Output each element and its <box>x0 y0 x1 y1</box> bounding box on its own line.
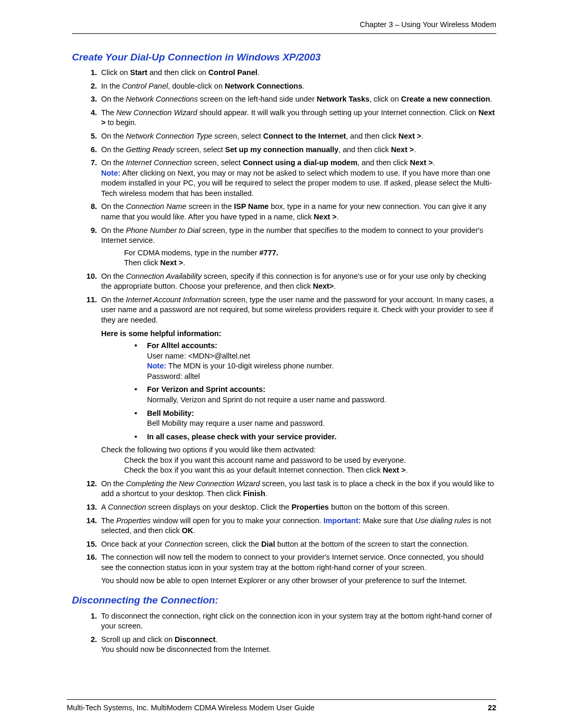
text: The MDN is your 10-digit wireless phone … <box>166 362 334 370</box>
step-item: The Properties window will open for you … <box>101 516 496 536</box>
provider-list: For Alltel accounts: User name: <MDN>@al… <box>147 341 496 442</box>
bold: Network Connections <box>225 82 302 90</box>
italic: Getting Ready <box>126 145 175 154</box>
text: screen on the left-hand side under <box>198 95 316 103</box>
footer-rule <box>67 699 496 700</box>
text: On the <box>101 226 126 235</box>
text: . <box>334 282 336 290</box>
step-item: In the Control Panel, double-click on Ne… <box>101 81 496 92</box>
step-item: On the Completing the New Connection Wiz… <box>101 479 496 499</box>
text: The <box>101 108 116 117</box>
bold: Next > <box>383 466 406 474</box>
italic: Network Connection Type <box>126 132 213 140</box>
footer-left: Multi-Tech Systems, Inc. MultiModem CDMA… <box>67 703 314 713</box>
text: . <box>337 213 339 221</box>
italic: Phone Number to Dial <box>126 226 201 235</box>
text: , and then click <box>346 132 399 140</box>
text: Make sure that <box>361 516 415 525</box>
bold: Start <box>130 68 148 77</box>
text: A <box>101 503 108 511</box>
text: , click on <box>370 95 401 103</box>
bold: Properties <box>291 503 329 511</box>
text: On the <box>101 158 126 167</box>
section-heading-create: Create Your Dial-Up Connection in Window… <box>72 51 496 64</box>
list-item: Bell Mobility: Bell Mobility may require… <box>147 409 496 429</box>
bold: Next > <box>160 258 183 267</box>
step-item: The connection will now tell the modem t… <box>101 552 496 586</box>
text: button on the bottom of this screen. <box>329 503 449 511</box>
text: The connection will now tell the modem t… <box>101 553 484 572</box>
italic: Internet Account Information <box>126 295 221 304</box>
header-rule <box>72 33 496 34</box>
text: . <box>265 489 267 498</box>
text: User name: <MDN>@alltel.net <box>147 352 250 360</box>
bold: Next > <box>391 145 414 154</box>
text: . <box>183 258 185 267</box>
text: Check the box if you want this as your d… <box>124 466 383 474</box>
text: On the <box>101 95 126 103</box>
italic: Connection <box>108 503 146 511</box>
italic: Connection Availability <box>126 272 202 280</box>
italic: Control Panel <box>122 82 168 90</box>
text: , and then click <box>338 145 391 154</box>
step-item: A Connection screen displays on your des… <box>101 502 496 513</box>
text: On the <box>101 479 126 488</box>
step-item: On the Network Connection Type screen, s… <box>101 131 496 142</box>
bold: Finish <box>243 489 265 498</box>
text: After clicking on Next, you may or may n… <box>101 169 492 198</box>
text: . <box>414 145 416 154</box>
text: To disconnect the connection, right clic… <box>101 612 492 631</box>
text: , double-click on <box>168 82 225 90</box>
text: On the <box>101 145 126 154</box>
section-heading-disconnect: Disconnecting the Connection: <box>72 594 496 607</box>
text: Password: alltel <box>147 372 200 380</box>
text: Scroll up and click on <box>101 635 175 644</box>
text: . <box>258 68 260 77</box>
text: Click on <box>101 68 130 77</box>
step-item: On the Getting Ready screen, select Set … <box>101 145 496 155</box>
text: screen, click the <box>203 540 261 548</box>
text: For CDMA modems, type in the number <box>124 249 260 257</box>
bold: ISP Name <box>234 202 269 211</box>
text: . <box>302 82 304 90</box>
step-item: Click on Start and then click on Control… <box>101 68 496 78</box>
step-item: Once back at your Connection screen, cli… <box>101 539 496 550</box>
text: . <box>433 158 435 167</box>
text: , and then click <box>358 158 410 167</box>
bold: In all cases, please check with your ser… <box>147 433 337 441</box>
text: . <box>421 132 423 140</box>
bold: Network Tasks <box>317 95 370 103</box>
list-item: For Verizon and Sprint accounts: Normall… <box>147 385 496 405</box>
page-number: 22 <box>488 703 496 713</box>
important-label: Important: <box>323 516 361 525</box>
check-lines: Check the box if you want this account n… <box>124 455 496 476</box>
text: screen, select <box>212 132 263 140</box>
page-header: Chapter 3 – Using Your Wireless Modem <box>72 20 496 30</box>
step-item: On the Connection Name screen in the ISP… <box>101 202 496 222</box>
bold: Next> <box>313 282 334 290</box>
text: . <box>406 466 408 474</box>
italic: Internet Connection <box>126 158 192 167</box>
italic: Connection <box>165 540 203 548</box>
list-item: For Alltel accounts: User name: <MDN>@al… <box>147 341 496 381</box>
text: On the <box>101 295 126 304</box>
bold: Control Panel <box>209 68 258 77</box>
step-item: On the Connection Availability screen, s… <box>101 272 496 292</box>
bold: Next > <box>410 158 433 167</box>
text: screen, select <box>174 145 225 154</box>
text: You should now be able to open Internet … <box>101 576 496 586</box>
document-page: Chapter 3 – Using Your Wireless Modem Cr… <box>0 0 563 728</box>
text: Normally, Verizon and Sprint do not requ… <box>147 396 386 404</box>
bold: Next > <box>314 213 337 221</box>
note-label: Note: <box>147 362 166 370</box>
bold: OK <box>182 526 193 535</box>
bold: Next > <box>398 132 421 140</box>
italic: Properties <box>116 516 151 525</box>
bold: Bell Mobility: <box>147 409 194 417</box>
footer-row: Multi-Tech Systems, Inc. MultiModem CDMA… <box>67 703 496 713</box>
text: . <box>490 95 492 103</box>
bold: #777. <box>260 249 278 257</box>
bold: Connect using a dial-up modem <box>243 158 358 167</box>
page-footer: Multi-Tech Systems, Inc. MultiModem CDMA… <box>67 699 496 713</box>
text: Then click <box>124 258 160 267</box>
